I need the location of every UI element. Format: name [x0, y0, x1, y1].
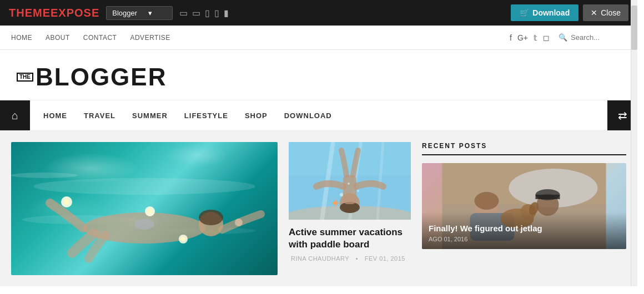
main-nav-shop[interactable]: SHOP [245, 111, 268, 120]
shuffle-icon: ⇄ [618, 109, 627, 122]
top-bar-right: 🛒 Download ✕ Close [511, 4, 628, 21]
close-button[interactable]: ✕ Close [583, 4, 628, 21]
main-nav: ⌂ HOME TRAVEL SUMMER LIFESTYLE SHOP DOWN… [0, 100, 637, 131]
featured-post[interactable] [11, 142, 278, 275]
facebook-icon[interactable]: f [510, 33, 512, 42]
main-nav-summer[interactable]: SUMMER [132, 111, 168, 120]
svg-point-12 [181, 237, 185, 241]
main-nav-lifestyle[interactable]: LIFESTYLE [184, 111, 228, 120]
recent-post-title: Finally! We figured out jetlag [429, 223, 620, 234]
tablet-icon[interactable]: ▯ [205, 8, 210, 18]
device-icons: ▭ ▭ ▯ ▯ ▮ [179, 8, 229, 18]
logo-blogger: BLOGGER [36, 63, 167, 91]
twitter-icon[interactable]: 𝕥 [534, 33, 537, 42]
theme-dropdown[interactable]: Blogger ▾ [106, 6, 173, 20]
blog-logo-section: THE BLOGGER [0, 50, 637, 100]
svg-rect-23 [343, 175, 356, 204]
nav-about[interactable]: ABOUT [46, 34, 70, 42]
social-icons: f G+ 𝕥 ◻ [510, 33, 550, 42]
nav-right: f G+ 𝕥 ◻ 🔍 [510, 33, 626, 42]
site-logo: THEMEEXPOSE [9, 7, 99, 19]
cart-icon: 🛒 [520, 8, 529, 17]
recent-posts-title: RECENT POSTS [422, 142, 626, 155]
tablet-small-icon[interactable]: ▯ [214, 8, 219, 18]
search-box[interactable]: 🔍 [559, 33, 626, 42]
nav-advertise[interactable]: ADVERTISE [130, 34, 170, 42]
featured-image [11, 142, 278, 275]
blog-logo: THE BLOGGER [17, 63, 621, 91]
monitor-icon[interactable]: ▭ [192, 8, 200, 18]
main-nav-home[interactable]: HOME [43, 111, 67, 120]
top-bar: THEMEEXPOSE Blogger ▾ ▭ ▭ ▯ ▯ ▮ 🛒 Downlo… [0, 0, 637, 26]
main-nav-download[interactable]: DOWNLOAD [284, 111, 332, 120]
post-date: FEV 01, 2015 [365, 255, 405, 262]
post-info: Active summer vacations with paddle boar… [289, 226, 411, 262]
main-nav-travel[interactable]: TRAVEL [84, 111, 115, 120]
svg-point-26 [357, 190, 359, 192]
svg-point-3 [11, 173, 78, 178]
search-icon: 🔍 [559, 33, 567, 42]
nav-home[interactable]: HOME [11, 34, 32, 42]
nav-contact[interactable]: CONTACT [83, 34, 117, 42]
content-area: ✦ Active summer vacations with paddle bo… [0, 131, 637, 286]
svg-point-27 [348, 183, 350, 185]
post-separator: • [356, 255, 358, 262]
main-nav-links: HOME TRAVEL SUMMER LIFESTYLE SHOP DOWNLO… [30, 111, 345, 120]
recent-post-date: AGO 01, 2016 [429, 236, 620, 242]
svg-point-14 [134, 219, 154, 230]
scrollbar[interactable] [631, 0, 637, 286]
svg-point-8 [64, 199, 69, 205]
download-button[interactable]: 🛒 Download [511, 4, 578, 21]
desktop-icon[interactable]: ▭ [179, 8, 188, 18]
home-icon-button[interactable]: ⌂ [0, 100, 30, 130]
svg-text:✦: ✦ [330, 196, 340, 210]
top-bar-left: THEMEEXPOSE Blogger ▾ ▭ ▭ ▯ ▯ ▮ [9, 6, 229, 20]
scrollbar-thumb[interactable] [631, 6, 637, 50]
secondary-post: ✦ Active summer vacations with paddle bo… [289, 142, 411, 286]
instagram-icon[interactable]: ◻ [543, 33, 550, 42]
logo-the: THE [17, 73, 33, 82]
svg-point-0 [33, 178, 255, 195]
sidebar: RECENT POSTS [422, 142, 626, 286]
logo-theme: THEME [9, 7, 51, 19]
nav-links: HOME ABOUT CONTACT ADVERTISE [11, 34, 170, 42]
svg-point-6 [199, 210, 223, 225]
post-author: RINA CHAUDHARY [291, 255, 349, 262]
logo-expose: EXPOSE [51, 7, 99, 19]
svg-point-10 [148, 209, 152, 214]
recent-post-overlay: Finally! We figured out jetlag AGO 01, 2… [422, 212, 626, 250]
home-icon: ⌂ [12, 109, 18, 122]
secondary-post-image[interactable]: ✦ [289, 142, 411, 220]
main-nav-left: ⌂ HOME TRAVEL SUMMER LIFESTYLE SHOP DOWN… [0, 100, 345, 130]
secondary-nav: HOME ABOUT CONTACT ADVERTISE f G+ 𝕥 ◻ 🔍 [0, 26, 637, 50]
close-icon: ✕ [591, 8, 597, 17]
search-input[interactable] [571, 33, 626, 42]
mobile-icon[interactable]: ▮ [224, 8, 229, 18]
recent-post-card[interactable]: Finally! We figured out jetlag AGO 01, 2… [422, 163, 626, 249]
googleplus-icon[interactable]: G+ [517, 33, 528, 42]
post-title: Active summer vacations with paddle boar… [289, 226, 411, 251]
chevron-down-icon: ▾ [148, 9, 152, 17]
svg-point-25 [340, 193, 343, 196]
post-meta: RINA CHAUDHARY • FEV 01, 2015 [289, 255, 411, 262]
